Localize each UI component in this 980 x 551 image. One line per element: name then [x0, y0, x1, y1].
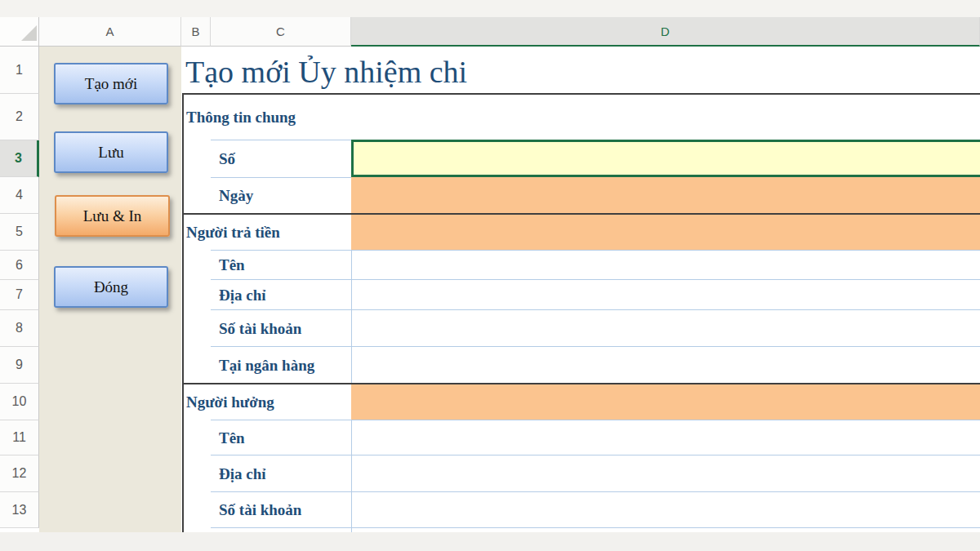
row-header-10[interactable]: 10	[0, 384, 39, 420]
row-header-3-selected[interactable]: 3	[0, 140, 39, 177]
row-header-7[interactable]: 7	[0, 280, 39, 310]
row-separator	[211, 420, 980, 420]
column-separator	[351, 251, 352, 384]
row-separator	[211, 527, 980, 528]
field-label-so: Số	[219, 149, 235, 170]
row-header-11[interactable]: 11	[0, 420, 39, 455]
field-label-dia-chi-2: Địa chỉ	[219, 464, 266, 485]
create-new-button[interactable]: Tạo mới	[54, 63, 168, 104]
section-divider-2	[182, 383, 980, 384]
save-and-print-button[interactable]: Lưu & In	[55, 195, 170, 237]
field-label-ten-2: Tên	[219, 428, 245, 449]
cell-D4-ngay-input[interactable]	[351, 177, 980, 214]
section-header-thong-tin-chung: Thông tin chung	[186, 107, 296, 128]
row-separator	[211, 455, 980, 455]
row-header-8[interactable]: 8	[0, 310, 39, 347]
cell-D9-tai-ngan-hang-input[interactable]	[351, 347, 980, 384]
cell-D8-so-tai-khoan-input[interactable]	[351, 310, 980, 347]
column-separator	[351, 420, 352, 532]
cell-D7-dia-chi-input[interactable]	[351, 280, 980, 310]
cell-D6-ten-input[interactable]	[351, 251, 980, 280]
column-header-A[interactable]: A	[39, 17, 181, 47]
cell-D11-ten-input[interactable]	[351, 420, 980, 455]
cell-D12-dia-chi-input[interactable]	[351, 455, 980, 492]
column-header-D-selected[interactable]: D	[351, 17, 980, 47]
row-separator	[211, 177, 351, 178]
row-header-2[interactable]: 2	[0, 94, 39, 140]
row-header-6[interactable]: 6	[0, 251, 39, 280]
row-separator	[211, 140, 351, 140]
close-button[interactable]: Đóng	[54, 266, 168, 308]
column-header-B[interactable]: B	[181, 17, 211, 47]
section-header-nguoi-tra-tien: Người trả tiền	[186, 222, 280, 243]
row-separator	[211, 279, 980, 280]
row-header-5[interactable]: 5	[0, 214, 39, 251]
field-label-tai-ngan-hang: Tại ngân hàng	[219, 355, 314, 376]
form-border-top	[182, 93, 980, 95]
top-margin-strip	[0, 0, 980, 17]
row-separator	[211, 491, 980, 492]
select-all-icon	[21, 25, 37, 41]
column-header-C[interactable]: C	[211, 17, 351, 47]
field-label-so-tai-khoan-2: Số tài khoản	[219, 500, 301, 521]
section-header-nguoi-huong: Người hưởng	[186, 392, 274, 413]
row-header-12[interactable]: 12	[0, 455, 39, 492]
row-header-1[interactable]: 1	[0, 47, 39, 94]
row-separator	[211, 250, 980, 251]
cell-D5-nguoi-tra-tien-input[interactable]	[351, 214, 980, 251]
save-button[interactable]: Lưu	[54, 131, 168, 173]
field-label-ngay: Ngày	[219, 185, 253, 207]
field-label-ten-1: Tên	[219, 255, 245, 276]
row-header-9[interactable]: 9	[0, 347, 39, 384]
row-header-4[interactable]: 4	[0, 177, 39, 214]
bottom-margin-strip	[0, 532, 980, 551]
cell-D10-nguoi-huong-input[interactable]	[351, 384, 980, 420]
form-border-left	[182, 93, 184, 532]
section-divider-1	[182, 213, 980, 215]
page-title: Tạo mới Ủy nhiệm chi	[185, 52, 467, 91]
cell-D13-so-tai-khoan-input[interactable]	[351, 492, 980, 528]
spreadsheet-window: A B C D 1 2 3 4 5 6 7 8 9 10 11 12 13 Tạ…	[0, 0, 980, 551]
field-label-dia-chi-1: Địa chỉ	[219, 285, 266, 306]
field-label-so-tai-khoan-1: Số tài khoản	[219, 318, 301, 340]
row-header-13[interactable]: 13	[0, 492, 39, 528]
row-separator	[211, 346, 980, 347]
cell-D3-selected-so-input[interactable]	[351, 140, 980, 177]
row-separator	[211, 309, 980, 310]
